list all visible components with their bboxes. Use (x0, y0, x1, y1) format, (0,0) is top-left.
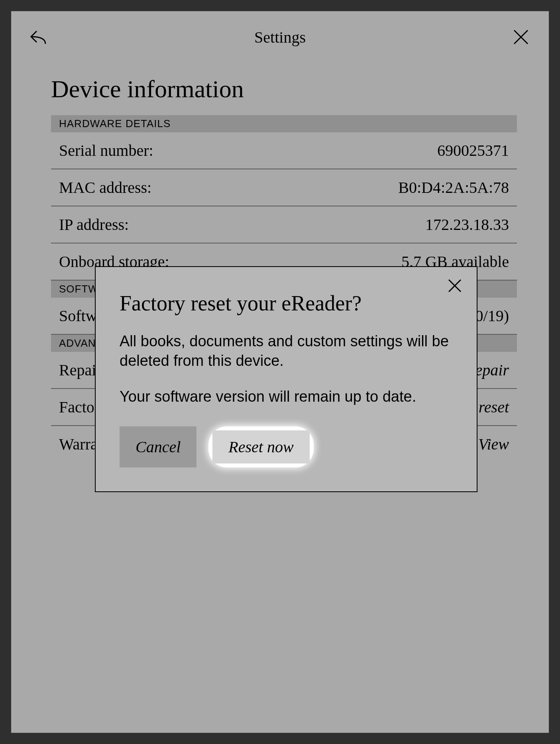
page-title: Device information (51, 75, 517, 103)
header-title: Settings (51, 28, 509, 47)
cancel-button[interactable]: Cancel (120, 426, 196, 467)
close-icon[interactable] (509, 25, 533, 49)
section-hardware-header: HARDWARE DETAILS (51, 115, 517, 132)
row-ip: IP address: 172.23.18.33 (51, 206, 517, 243)
row-serial: Serial number: 690025371 (51, 132, 517, 169)
ip-label: IP address: (59, 215, 129, 234)
dialog-buttons: Cancel Reset now (120, 426, 453, 467)
factory-reset-dialog: Factory reset your eReader? All books, d… (95, 266, 477, 492)
mac-value: B0:D4:2A:5A:78 (398, 178, 509, 197)
ip-value: 172.23.18.33 (425, 215, 509, 234)
dialog-body-2: Your software version will remain up to … (120, 387, 453, 406)
mac-label: MAC address: (59, 178, 151, 197)
dialog-body-1: All books, documents and custom settings… (120, 332, 453, 371)
top-bar: Settings (11, 11, 549, 63)
serial-label: Serial number: (59, 141, 153, 160)
back-icon[interactable] (27, 25, 51, 49)
reset-now-button[interactable]: Reset now (212, 430, 309, 463)
dialog-close-icon[interactable] (445, 276, 465, 296)
row-mac: MAC address: B0:D4:2A:5A:78 (51, 169, 517, 206)
reset-now-highlight: Reset now (208, 426, 313, 467)
dialog-title: Factory reset your eReader? (120, 291, 453, 316)
warranty-action[interactable]: View (478, 435, 509, 453)
serial-value: 690025371 (437, 141, 509, 160)
